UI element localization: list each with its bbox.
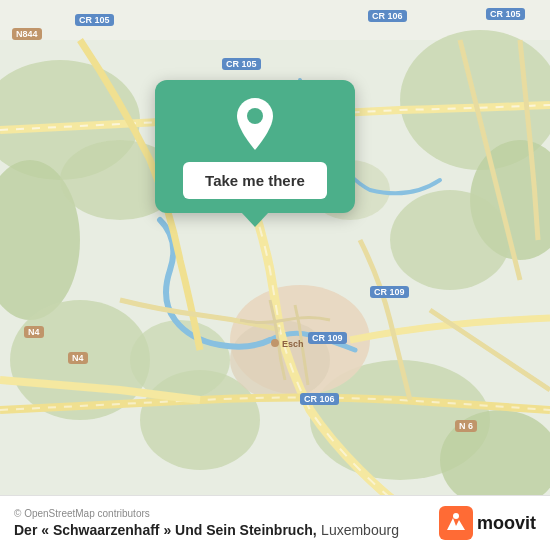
popup-card: Take me there — [155, 80, 355, 213]
road-label-cr109-2: CR 109 — [308, 332, 347, 344]
svg-point-19 — [453, 513, 459, 519]
svg-point-17 — [247, 108, 263, 124]
svg-point-6 — [390, 190, 510, 290]
road-label-cr109-1: CR 109 — [370, 286, 409, 298]
moovit-logo-icon — [439, 506, 473, 540]
road-label-n4-2: N4 — [68, 352, 88, 364]
map-container: Esch N844 CR 105 CR 106 CR 105 CR 105 CR… — [0, 0, 550, 550]
svg-point-12 — [130, 320, 230, 400]
road-label-n6: N 6 — [455, 420, 477, 432]
road-label-cr106-bottom: CR 106 — [300, 393, 339, 405]
bottom-bar: © OpenStreetMap contributors Der « Schwa… — [0, 495, 550, 550]
svg-text:Esch: Esch — [282, 339, 304, 349]
copyright-text: © OpenStreetMap contributors — [14, 508, 399, 519]
moovit-text: moovit — [477, 513, 536, 534]
location-pin-icon — [233, 98, 277, 150]
road-label-cr105-3: CR 105 — [222, 58, 261, 70]
road-label-cr105-1: CR 105 — [75, 14, 114, 26]
svg-rect-18 — [439, 506, 473, 540]
location-title: Der « Schwaarzenhaff » Und Sein Steinbru… — [14, 522, 317, 538]
bottom-left-info: © OpenStreetMap contributors Der « Schwa… — [14, 508, 399, 539]
road-label-n4-1: N4 — [24, 326, 44, 338]
take-me-there-button[interactable]: Take me there — [183, 162, 327, 199]
moovit-logo: moovit — [439, 506, 536, 540]
location-name: Der « Schwaarzenhaff » Und Sein Steinbru… — [14, 521, 399, 539]
road-label-cr106-top: CR 106 — [368, 10, 407, 22]
road-label-n844: N844 — [12, 28, 42, 40]
svg-point-15 — [271, 339, 279, 347]
road-label-cr105-2: CR 105 — [486, 8, 525, 20]
location-subtitle-text: Luxembourg — [321, 522, 399, 538]
